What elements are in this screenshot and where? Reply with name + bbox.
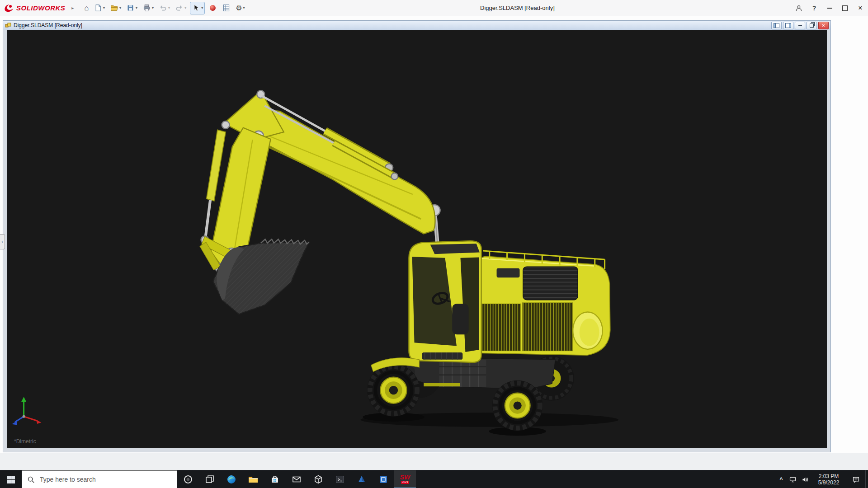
select-tool-button[interactable]: ▾ — [190, 2, 205, 14]
caret-down-icon: ▾ — [168, 6, 170, 10]
volume-icon — [801, 476, 809, 483]
main-toolbar: ⌂ ▾ ▾ — [83, 0, 248, 16]
new-document-icon — [94, 4, 102, 12]
help-button[interactable]: ? — [807, 0, 822, 16]
cab-step-grille — [422, 352, 463, 360]
doc-close-button[interactable]: × — [818, 22, 829, 29]
document-window: Digger.SLDASM [Read-only] × — [3, 20, 831, 452]
options-gear-icon: ⚙ — [236, 5, 242, 12]
network-icon — [789, 476, 797, 483]
close-icon: × — [858, 4, 862, 12]
solidworks-logo: SOLIDWORKS — [4, 3, 65, 13]
open-button[interactable]: ▾ — [108, 2, 123, 14]
edge-button[interactable] — [221, 470, 242, 488]
minimize-icon — [798, 25, 802, 26]
search-input[interactable] — [39, 475, 167, 483]
microsoft-store-icon — [269, 474, 280, 485]
side-grille — [523, 303, 573, 351]
document-titlebar[interactable]: Digger.SLDASM [Read-only] × — [3, 21, 830, 30]
file-explorer-button[interactable] — [242, 470, 264, 488]
solidworks-logo-icon — [4, 3, 14, 13]
home-icon: ⌂ — [84, 5, 89, 12]
open-folder-icon — [110, 4, 118, 12]
solidworks-2021-button[interactable]: SW 2021 — [394, 470, 416, 488]
undo-button[interactable]: ▾ — [157, 2, 171, 14]
taskbar: SW 2021 ^ 2:03 PM — [0, 470, 868, 488]
start-button[interactable] — [0, 470, 22, 488]
caret-down-icon: ▾ — [184, 6, 186, 10]
network-button[interactable] — [787, 470, 798, 488]
doc-restore-button[interactable] — [807, 22, 817, 29]
collapse-chevron-icon: ‹ — [2, 239, 3, 244]
redo-button[interactable]: ▾ — [174, 2, 188, 14]
system-tray: ^ 2:03 PM 5/9/2022 — [776, 470, 868, 488]
pane-right-button[interactable] — [783, 22, 793, 29]
new-document-button[interactable]: ▾ — [92, 2, 106, 14]
document-title: Digger.SLDASM [Read-only] — [14, 22, 82, 28]
rebuild-button[interactable] — [207, 2, 218, 14]
minimize-icon — [827, 8, 832, 9]
app-titlebar: SOLIDWORKS ▸ ⌂ ▾ ▾ — [0, 0, 868, 16]
print-button[interactable]: ▾ — [141, 2, 155, 14]
view-orientation-label: *Dimetric — [14, 438, 36, 445]
3d-viewer-button[interactable] — [307, 470, 329, 488]
app-minimize-button[interactable] — [822, 0, 837, 16]
action-center-button[interactable] — [846, 470, 865, 488]
caret-down-icon[interactable]: ▾ — [103, 6, 105, 10]
options-button[interactable]: ⚙ ▾ — [234, 2, 246, 14]
account-button[interactable] — [791, 0, 807, 16]
select-cursor-icon — [192, 4, 200, 12]
engine-hatch[interactable] — [523, 267, 578, 300]
file-properties-button[interactable] — [221, 2, 232, 14]
task-view-button[interactable] — [199, 470, 221, 488]
status-bar — [0, 453, 868, 470]
composer-button[interactable] — [351, 470, 373, 488]
help-icon: ? — [812, 5, 816, 12]
3d-viewer-icon — [313, 474, 324, 485]
console-button[interactable] — [329, 470, 351, 488]
mail-button[interactable] — [286, 470, 307, 488]
home-button[interactable]: ⌂ — [83, 2, 90, 14]
ground-shadow — [361, 413, 618, 436]
save-button[interactable]: ▾ — [125, 2, 139, 14]
assembly-doc-icon — [5, 22, 11, 28]
cab[interactable] — [409, 241, 481, 362]
show-desktop-button[interactable] — [865, 470, 868, 488]
volume-button[interactable] — [798, 470, 811, 488]
notification-icon — [852, 476, 860, 483]
cortana-button[interactable] — [177, 470, 199, 488]
caret-down-icon[interactable]: ▾ — [152, 6, 154, 10]
app-close-button[interactable]: × — [853, 0, 868, 16]
digger-3d-model[interactable] — [7, 30, 827, 448]
print-icon — [142, 4, 151, 12]
caret-down-icon[interactable]: ▾ — [243, 6, 245, 10]
graphics-viewport[interactable]: *Dimetric — [7, 30, 827, 448]
engine-body[interactable] — [470, 251, 610, 355]
collapsed-panel-tab[interactable]: ‹ — [0, 234, 5, 249]
clock[interactable]: 2:03 PM 5/9/2022 — [811, 470, 846, 488]
taskbar-search[interactable] — [22, 470, 177, 488]
caret-down-icon[interactable]: ▾ — [201, 6, 203, 10]
app-window-controls: ? × — [791, 0, 868, 16]
restore-icon — [810, 23, 814, 28]
search-icon — [27, 476, 35, 483]
doc-minimize-button[interactable] — [795, 22, 805, 29]
account-icon — [795, 4, 803, 12]
edge-icon — [226, 474, 237, 485]
hidden-icons-button[interactable]: ^ — [776, 470, 787, 488]
drafting-app-button[interactable] — [373, 470, 394, 488]
front-wheel-left[interactable] — [367, 364, 420, 417]
caret-down-icon[interactable]: ▾ — [119, 6, 121, 10]
microsoft-store-button[interactable] — [264, 470, 286, 488]
cab-roof-panel — [430, 244, 480, 254]
front-wheel-right[interactable] — [492, 380, 543, 431]
pane-right-icon — [785, 23, 791, 28]
brand-text: SOLIDWORKS — [16, 4, 65, 12]
pane-left-button[interactable] — [771, 22, 782, 29]
file-explorer-icon — [248, 474, 259, 485]
toolbar-flyout-icon[interactable]: ▸ — [71, 5, 74, 10]
caret-down-icon[interactable]: ▾ — [136, 6, 137, 10]
console-icon — [335, 474, 345, 485]
app-maximize-button[interactable] — [837, 0, 853, 16]
solidworks-2021-icon: SW 2021 — [400, 474, 410, 484]
